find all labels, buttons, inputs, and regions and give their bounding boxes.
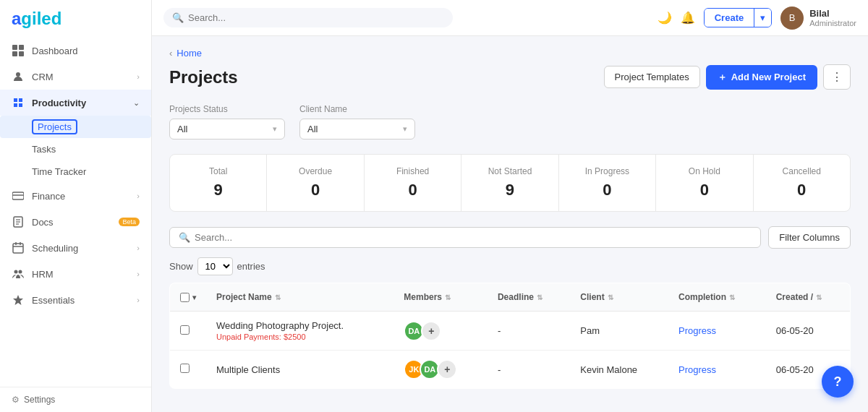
row1-checkbox[interactable] bbox=[180, 325, 190, 335]
th-created[interactable]: Created / ⇅ bbox=[766, 283, 851, 312]
settings-item[interactable]: ⚙ Settings bbox=[0, 387, 151, 412]
add-new-project-button[interactable]: ＋ Add New Project bbox=[706, 65, 817, 90]
create-button-wrap: Create ▾ bbox=[704, 8, 772, 27]
stat-cancelled: Cancelled 0 bbox=[754, 155, 850, 211]
sidebar-item-finance[interactable]: Finance › bbox=[0, 183, 151, 209]
entries-select[interactable]: 10 25 50 bbox=[197, 257, 233, 275]
breadcrumb[interactable]: ‹ Home bbox=[169, 48, 851, 59]
filter-columns-button[interactable]: Filter Columns bbox=[768, 226, 851, 249]
sidebar-item-scheduling-label: Scheduling bbox=[32, 243, 137, 254]
th-project-name[interactable]: Project Name ⇅ bbox=[206, 283, 393, 312]
stat-not-started: Not Started 9 bbox=[461, 155, 558, 211]
main-area: 🔍 🌙 🔔 Create ▾ B Bilal Administrator bbox=[152, 0, 868, 412]
status-filter-select[interactable]: All ▾ bbox=[169, 119, 285, 140]
table-row: Multiple Clients JK DA + - Kevin Malone bbox=[170, 351, 851, 389]
search-input[interactable] bbox=[188, 12, 444, 23]
row2-members-cell: JK DA + bbox=[393, 351, 488, 389]
row2-project-name: Multiple Clients bbox=[216, 364, 280, 375]
deadline-sort-icon: ⇅ bbox=[537, 293, 542, 301]
topbar-right: 🌙 🔔 Create ▾ B Bilal Administrator bbox=[658, 7, 856, 30]
sidebar-item-tasks[interactable]: Tasks bbox=[0, 138, 151, 160]
stat-on-hold-value: 0 bbox=[671, 181, 738, 199]
topbar: 🔍 🌙 🔔 Create ▾ B Bilal Administrator bbox=[152, 0, 868, 36]
project-name-sort-icon: ⇅ bbox=[275, 293, 281, 301]
help-icon: ? bbox=[834, 374, 842, 390]
stat-total-label: Total bbox=[184, 166, 252, 176]
project-templates-button[interactable]: Project Templates bbox=[604, 66, 700, 88]
sidebar-item-projects[interactable]: Projects bbox=[0, 116, 151, 138]
docs-icon bbox=[12, 215, 25, 228]
th-members[interactable]: Members ⇅ bbox=[393, 283, 488, 312]
th-project-name-label: Project Name bbox=[216, 292, 272, 302]
select-all-checkbox[interactable] bbox=[180, 293, 190, 302]
status-select-arrow-icon: ▾ bbox=[273, 124, 277, 134]
row2-members: JK DA + bbox=[404, 359, 477, 379]
sidebar-item-scheduling[interactable]: Scheduling › bbox=[0, 235, 151, 261]
sidebar-item-time-tracker-label: Time Tracker bbox=[32, 166, 86, 177]
created-sort-icon: ⇅ bbox=[816, 293, 822, 301]
sidebar-item-essentials[interactable]: Essentials › bbox=[0, 287, 151, 313]
table-search-input[interactable] bbox=[195, 232, 752, 243]
crm-icon bbox=[12, 70, 25, 83]
stat-in-progress-value: 0 bbox=[574, 181, 641, 199]
user-role: Administrator bbox=[809, 19, 856, 27]
sidebar-item-productivity-label: Productivity bbox=[32, 98, 133, 108]
client-filter-select[interactable]: All ▾ bbox=[299, 119, 415, 140]
productivity-chevron-icon: ⌄ bbox=[133, 98, 140, 108]
svg-point-16 bbox=[19, 270, 22, 274]
breadcrumb-home-link[interactable]: Home bbox=[176, 48, 202, 59]
sidebar-item-hrm-label: HRM bbox=[32, 269, 137, 280]
stat-in-progress-label: In Progress bbox=[574, 166, 641, 176]
logo: agiled bbox=[0, 0, 151, 38]
help-button[interactable]: ? bbox=[822, 366, 854, 398]
stat-total-value: 9 bbox=[184, 181, 252, 199]
svg-rect-3 bbox=[19, 51, 24, 56]
th-client-label: Client bbox=[580, 292, 604, 302]
sidebar-item-hrm[interactable]: HRM › bbox=[0, 261, 151, 287]
row1-client-cell: Pam bbox=[570, 312, 668, 351]
stat-overdue-value: 0 bbox=[281, 181, 349, 199]
search-wrap[interactable]: 🔍 bbox=[163, 8, 453, 27]
stat-not-started-value: 9 bbox=[476, 181, 543, 199]
completion-sort-icon: ⇅ bbox=[729, 293, 735, 301]
create-button[interactable]: Create bbox=[705, 9, 754, 27]
row2-client: Kevin Malone bbox=[580, 364, 637, 375]
row2-client-cell: Kevin Malone bbox=[570, 351, 668, 389]
sidebar-item-productivity[interactable]: Productivity ⌄ bbox=[0, 90, 151, 116]
stat-overdue: Overdue 0 bbox=[267, 155, 364, 211]
user-info[interactable]: B Bilal Administrator bbox=[780, 7, 856, 30]
th-deadline[interactable]: Deadline ⇅ bbox=[488, 283, 570, 312]
plus-icon: ＋ bbox=[718, 71, 727, 84]
sidebar-item-dashboard[interactable]: Dashboard bbox=[0, 38, 151, 64]
sidebar-item-docs[interactable]: Docs Beta bbox=[0, 209, 151, 235]
row1-add-member-button[interactable]: + bbox=[421, 321, 441, 341]
sidebar-item-crm[interactable]: CRM › bbox=[0, 64, 151, 90]
hrm-icon bbox=[12, 267, 25, 280]
dark-mode-icon[interactable]: 🌙 bbox=[658, 11, 672, 25]
stat-overdue-label: Overdue bbox=[281, 166, 349, 176]
table-search-wrap[interactable]: 🔍 bbox=[169, 227, 761, 248]
row1-completion: Progress bbox=[678, 325, 716, 336]
notifications-icon[interactable]: 🔔 bbox=[681, 11, 695, 25]
sidebar-item-time-tracker[interactable]: Time Tracker bbox=[0, 160, 151, 183]
stat-cancelled-value: 0 bbox=[768, 181, 835, 199]
th-checkbox: ▾ bbox=[170, 283, 207, 312]
svg-point-4 bbox=[16, 72, 20, 77]
th-completion[interactable]: Completion ⇅ bbox=[668, 283, 766, 312]
row2-checkbox[interactable] bbox=[180, 364, 190, 373]
row1-checkbox-cell bbox=[170, 312, 207, 351]
sidebar-item-dashboard-label: Dashboard bbox=[32, 46, 140, 56]
row1-created-cell: 06-05-20 bbox=[766, 312, 851, 351]
more-options-button[interactable]: ⋮ bbox=[823, 64, 851, 90]
th-deadline-label: Deadline bbox=[498, 292, 534, 302]
th-client[interactable]: Client ⇅ bbox=[570, 283, 668, 312]
essentials-icon bbox=[12, 293, 25, 306]
finance-icon bbox=[12, 189, 25, 202]
projects-table: ▾ Project Name ⇅ Members ⇅ bbox=[169, 283, 851, 389]
th-checkbox-arrow[interactable]: ▾ bbox=[192, 293, 196, 301]
essentials-chevron-icon: › bbox=[137, 296, 140, 304]
row2-project-name-cell: Multiple Clients bbox=[206, 351, 393, 389]
row2-add-member-button[interactable]: + bbox=[437, 359, 457, 379]
avatar-initials: B bbox=[789, 12, 796, 23]
create-dropdown-button[interactable]: ▾ bbox=[754, 9, 771, 27]
